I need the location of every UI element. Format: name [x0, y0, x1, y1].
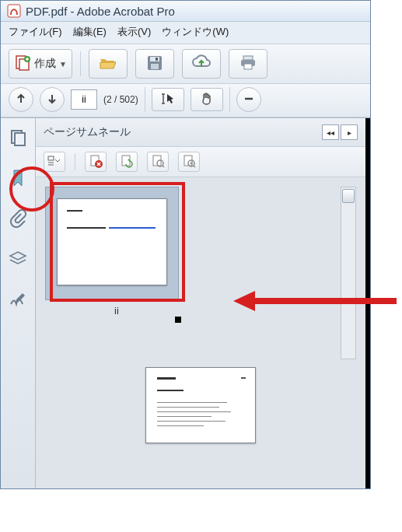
- page-delete-icon: [89, 154, 103, 170]
- signature-pen-icon: [9, 291, 27, 310]
- thumbnails-panel: ページサムネール ◂◂ ▸: [36, 118, 370, 488]
- thumbnail-selection: [45, 187, 179, 300]
- page-magnify-icon: [151, 154, 165, 170]
- menu-window[interactable]: ウィンドウ(W): [162, 25, 229, 39]
- attachments-tab-button[interactable]: [7, 208, 29, 230]
- page-count-label: (2 / 502): [103, 94, 138, 105]
- thumbnails-tab-button[interactable]: [7, 128, 29, 149]
- svg-rect-13: [48, 156, 54, 160]
- page-number-input[interactable]: [71, 89, 97, 110]
- titlebar: PDF.pdf - Adobe Acrobat Pro: [1, 1, 370, 22]
- save-button[interactable]: [135, 49, 174, 79]
- create-pdf-icon: [14, 54, 31, 74]
- thumbnail-options-button[interactable]: [44, 152, 65, 172]
- hand-tool-button[interactable]: [191, 88, 223, 111]
- thumbnail-resize-handle[interactable]: [175, 317, 181, 323]
- toolbar-separator: [145, 87, 145, 112]
- arrow-up-icon: [16, 93, 26, 107]
- layers-icon: [9, 250, 27, 270]
- panel-prev-button[interactable]: ◂◂: [322, 124, 339, 140]
- acrobat-app-icon: [7, 4, 21, 18]
- page-nav-toolbar: (2 / 502): [1, 84, 370, 117]
- signatures-tab-button[interactable]: [7, 289, 29, 311]
- paperclip-icon: [9, 209, 26, 230]
- replace-page-button[interactable]: [178, 152, 200, 172]
- svg-rect-6: [151, 64, 159, 69]
- main-toolbar: 作成 ▼: [1, 44, 370, 84]
- share-cloud-button[interactable]: [182, 49, 221, 79]
- svg-rect-10: [244, 64, 252, 69]
- toolbar-separator: [80, 51, 81, 76]
- text-select-cursor-icon: [160, 92, 176, 108]
- cloud-upload-icon: [191, 54, 211, 74]
- content-area: ページサムネール ◂◂ ▸: [1, 117, 370, 488]
- app-window: PDF.pdf - Adobe Acrobat Pro ファイル(F) 編集(E…: [0, 0, 371, 489]
- extract-page-button[interactable]: [147, 152, 169, 172]
- window-title: PDF.pdf - Adobe Acrobat Pro: [26, 5, 175, 18]
- chevron-right-icon: ▸: [348, 128, 351, 137]
- toolbar-separator: [75, 153, 75, 170]
- minus-icon: [243, 93, 254, 107]
- page-down-button[interactable]: [40, 87, 65, 112]
- open-button[interactable]: [89, 49, 128, 79]
- layers-tab-button[interactable]: [7, 249, 29, 271]
- panel-header: ページサムネール ◂◂ ▸: [36, 118, 365, 147]
- thumbnails-toolbar: [36, 147, 365, 177]
- thumbnail-page[interactable]: [57, 198, 167, 285]
- svg-rect-7: [156, 58, 158, 61]
- thumbnail-page[interactable]: [145, 367, 256, 443]
- hand-icon: [200, 92, 214, 108]
- scrollbar-thumb[interactable]: [342, 189, 355, 203]
- nav-pane-tabs: [1, 118, 36, 488]
- arrow-down-icon: [47, 93, 58, 107]
- thumbnails-scrollbar[interactable]: [341, 187, 356, 359]
- menu-file[interactable]: ファイル(F): [9, 25, 62, 39]
- svg-rect-8: [243, 56, 253, 60]
- svg-rect-5: [150, 57, 159, 61]
- menubar: ファイル(F) 編集(E) 表示(V) ウィンドウ(W): [1, 22, 370, 44]
- bookmarks-tab-button[interactable]: [7, 168, 29, 190]
- select-tool-button[interactable]: [152, 88, 184, 111]
- bookmark-ribbon-icon: [10, 169, 26, 190]
- page-insert-icon: [182, 154, 196, 170]
- panel-next-button[interactable]: ▸: [341, 124, 358, 140]
- thumbnails-list[interactable]: ii: [36, 177, 365, 488]
- menu-edit[interactable]: 編集(E): [73, 25, 107, 39]
- page-rotate-icon: [120, 154, 134, 170]
- toolbar-separator: [229, 87, 230, 112]
- zoom-out-button[interactable]: [236, 87, 261, 112]
- thumbnail-label: ii: [114, 305, 119, 317]
- dropdown-caret-icon: ▼: [59, 60, 67, 68]
- folder-open-icon: [99, 54, 117, 74]
- print-button[interactable]: [229, 49, 267, 79]
- page-up-button[interactable]: [9, 87, 33, 112]
- printer-icon: [239, 54, 257, 74]
- delete-page-button[interactable]: [85, 152, 107, 172]
- page-thumbnails-icon: [9, 128, 27, 149]
- rotate-page-button[interactable]: [116, 152, 138, 172]
- create-button[interactable]: 作成 ▼: [9, 49, 72, 79]
- svg-rect-0: [8, 5, 20, 17]
- options-menu-icon: [47, 156, 61, 169]
- create-button-label: 作成: [34, 57, 56, 71]
- double-chevron-left-icon: ◂◂: [327, 128, 334, 137]
- menu-view[interactable]: 表示(V): [117, 25, 151, 39]
- panel-title: ページサムネール: [44, 125, 131, 139]
- save-floppy-icon: [146, 54, 163, 74]
- svg-rect-12: [15, 133, 25, 145]
